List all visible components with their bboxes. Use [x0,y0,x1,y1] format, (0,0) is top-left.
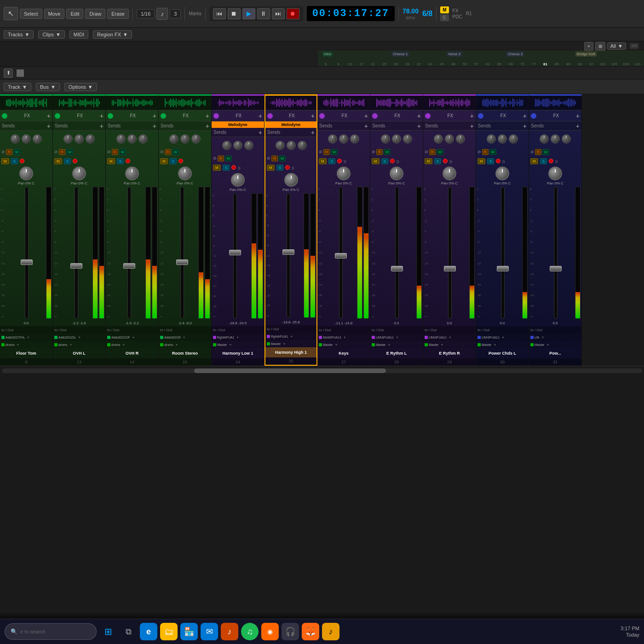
rec-dot-9[interactable] [20,159,24,163]
fader-thumb-25[interactable] [282,249,294,255]
fader-track-wrap-25[interactable] [274,193,303,318]
pan-knob-28[interactable] [390,167,403,180]
w-btn-27[interactable]: W [331,149,338,155]
knob-14-2[interactable] [138,134,148,144]
subbusarrow-28[interactable]: ▼ [387,343,391,346]
power-btn-13[interactable] [55,113,60,119]
region-fx-dropdown[interactable]: Region FX ▼ [93,30,132,39]
power-btn-30[interactable] [478,113,483,119]
m-btn-29[interactable]: M [425,158,432,164]
bus-arrow-29[interactable]: ▼ [448,336,452,339]
fx-plus-13[interactable]: + [100,112,104,120]
sends-plus-13[interactable]: + [100,122,104,130]
rec-dot-30[interactable] [496,159,500,163]
fx-plus-27[interactable]: + [364,112,368,120]
w-btn-13[interactable]: W [66,149,74,155]
knob-14-1[interactable] [127,134,137,144]
bus-arrow-13[interactable]: ▼ [78,336,81,339]
s-btn-14[interactable]: S [117,158,124,164]
m-btn-27[interactable]: M [319,158,327,164]
m-btn-9[interactable]: M [1,158,9,164]
fx-plus-30[interactable]: + [523,112,527,120]
fader-track-wrap-9[interactable] [8,187,45,319]
taskbar-icon-taskview[interactable]: ⧉ [120,623,137,640]
w-btn-15[interactable]: W [172,149,179,155]
pan-knob-25[interactable] [284,173,298,187]
power-btn-14[interactable] [108,113,113,119]
knob-27-1[interactable] [339,134,348,144]
pan-knob-27[interactable] [337,167,351,180]
time-sig[interactable]: 6/8 [422,10,432,18]
knob-24-0[interactable] [222,141,231,150]
subbusarrow-13[interactable]: ▼ [69,343,72,346]
plugin-24[interactable]: Melodyne [212,121,264,128]
pan-knob-30[interactable] [495,167,509,180]
w-btn-14[interactable]: W [119,149,126,155]
m-btn-31[interactable]: M [530,158,538,164]
m-btn-24[interactable]: M [213,165,221,171]
w-btn-29[interactable]: W [437,149,444,155]
m-btn-30[interactable]: M [477,158,485,164]
clips-dropdown[interactable]: Clips ▼ [38,30,64,39]
sends-plus-25[interactable]: + [311,129,315,136]
phase-btn-29[interactable]: ⊘ [425,150,428,154]
pause-btn[interactable]: ⏸ [257,8,270,19]
w-btn-25[interactable]: W [279,155,286,161]
knob-13-1[interactable] [75,134,84,144]
s-btn-28[interactable]: S [381,158,388,164]
plugin-25[interactable]: Melodyne [265,121,316,128]
r-btn-14[interactable]: R [112,149,118,155]
knob-15-0[interactable] [169,134,178,144]
scrollbar-area[interactable] [0,366,644,375]
knob-24-1[interactable] [233,141,242,150]
knob-15-1[interactable] [180,134,190,144]
timeline-area[interactable]: + ⊞ All ▼ 1/4 Intro Chorus 1 Verse 2 Cho… [0,41,644,67]
knob-9-2[interactable] [33,134,42,144]
m-btn-15[interactable]: M [160,158,168,164]
knob-13-2[interactable] [86,134,95,144]
fader-track-wrap-24[interactable] [220,193,250,319]
subbusarrow-25[interactable]: ▼ [282,342,286,345]
snap-display[interactable]: 1/16 [137,9,155,18]
add-track-btn[interactable]: + [584,42,593,51]
m-btn-14[interactable]: M [107,158,115,164]
knob-31-2[interactable] [562,134,571,144]
bus-arrow-28[interactable]: ▼ [396,336,399,339]
stop-btn[interactable]: ⏹ [228,8,241,19]
fader-track-wrap-15[interactable] [167,187,197,319]
taskbar-icon-mail[interactable]: ✉ [201,623,218,640]
knob-28-0[interactable] [381,134,390,144]
knob-13-0[interactable] [63,134,73,144]
taskbar-icon-orange[interactable]: ◉ [261,623,279,640]
w-btn-24[interactable]: W [225,155,232,161]
mini-upload[interactable]: ⬆ [4,69,13,78]
w-btn-9[interactable]: W [13,149,21,155]
track-mode-btn[interactable]: ⊞ [595,42,605,51]
fader-thumb-27[interactable] [335,253,347,259]
phase-btn-9[interactable]: ⊘ [1,150,5,154]
knob-9-1[interactable] [22,134,31,144]
sends-plus-27[interactable]: + [364,122,368,130]
knob-29-0[interactable] [434,134,443,144]
phase-btn-31[interactable]: ⊘ [530,150,534,154]
r-btn-30[interactable]: R [482,149,489,155]
phase-btn-13[interactable]: ⊘ [54,150,58,154]
rec-dot-25[interactable] [285,165,290,170]
fader-track-wrap-28[interactable] [379,187,415,319]
fader-thumb-14[interactable] [123,263,135,269]
pan-knob-24[interactable] [231,173,245,187]
r1-badge[interactable]: R1 [466,11,472,16]
rewind-btn[interactable]: ⏮ [213,8,226,19]
power-btn-9[interactable] [2,113,7,119]
fader-thumb-13[interactable] [70,263,82,269]
phase-btn-24[interactable]: ⊘ [213,156,217,161]
subbusarrow-15[interactable]: ▼ [175,343,178,346]
midi-dropdown[interactable]: MIDI [69,30,88,39]
tool-edit[interactable]: Edit [66,9,83,19]
bus-arrow-15[interactable]: ▼ [183,336,186,339]
sends-plus-31[interactable]: + [576,122,580,130]
knob-28-1[interactable] [392,134,401,144]
knob-25-2[interactable] [298,141,307,150]
subbusarrow-29[interactable]: ▼ [440,343,443,346]
fader-thumb-30[interactable] [497,266,509,271]
